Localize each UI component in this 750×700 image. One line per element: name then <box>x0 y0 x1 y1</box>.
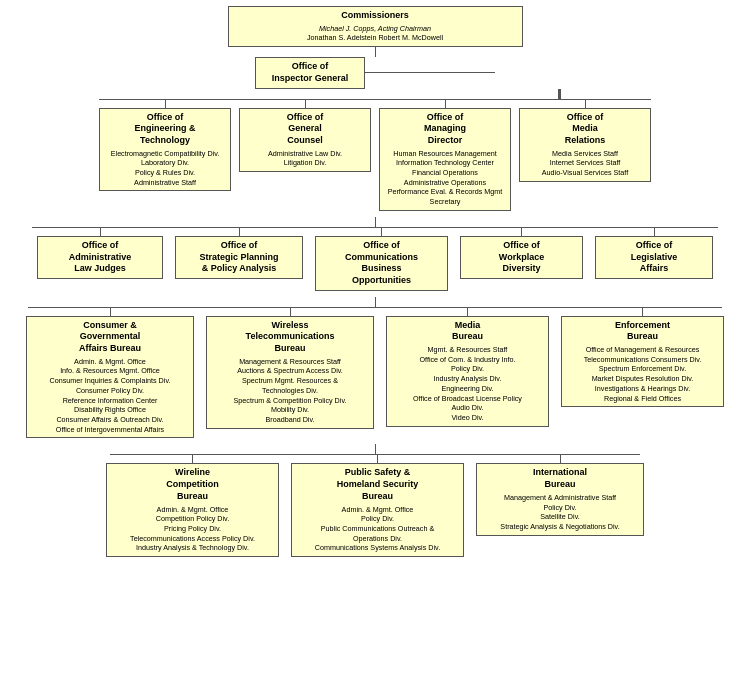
engineering-col: Office ofEngineering &Technology Electro… <box>95 100 235 192</box>
enforcement-box: EnforcementBureau Office of Management &… <box>561 316 724 408</box>
managing-director-sub: Human Resources ManagementInformation Te… <box>385 149 505 207</box>
wireless-sub: Management & Resources StaffAuctions & S… <box>212 357 368 425</box>
media-relations-box: Office ofMediaRelations Media Services S… <box>519 108 651 182</box>
general-counsel-col: Office ofGeneralCounsel Administrative L… <box>235 100 375 173</box>
consumer-col: Consumer &GovernmentalAffairs Bureau Adm… <box>20 308 200 439</box>
engineering-title: Office ofEngineering &Technology <box>105 112 225 147</box>
commissioners-box: Commissioners Michael J. Copps, Acting C… <box>228 6 523 47</box>
enforcement-col: EnforcementBureau Office of Management &… <box>555 308 730 408</box>
media-bureau-title: MediaBureau <box>392 320 543 343</box>
consumer-sub: Admin. & Mgmt. OfficeInfo. & Resources M… <box>32 357 188 435</box>
public-safety-col: Public Safety &Homeland SecurityBureau A… <box>285 455 470 557</box>
bureaus-row: Consumer &GovernmentalAffairs Bureau Adm… <box>20 308 730 439</box>
international-sub: Management & Administrative StaffPolicy … <box>482 493 638 532</box>
workplace-diversity-box: Office ofWorkplaceDiversity <box>460 236 583 279</box>
level2-hbar <box>99 99 651 100</box>
bottom-bureaus-row: WirelineCompetitionBureau Admin. & Mgmt.… <box>100 455 650 557</box>
managing-director-title: Office ofManagingDirector <box>385 112 505 147</box>
media-relations-col: Office ofMediaRelations Media Services S… <box>515 100 655 182</box>
engineering-sub: Electromagnetic Compatibility Div.Labora… <box>105 149 225 188</box>
enforcement-title: EnforcementBureau <box>567 320 718 343</box>
media-col: MediaBureau Mgmt. & Resources StaffOffic… <box>380 308 555 427</box>
managing-director-col: Office ofManagingDirector Human Resource… <box>375 100 515 211</box>
wireline-title: WirelineCompetitionBureau <box>112 467 273 502</box>
wireless-title: WirelessTelecommunicationsBureau <box>212 320 368 355</box>
wireline-col: WirelineCompetitionBureau Admin. & Mgmt.… <box>100 455 285 557</box>
commissioners-title: Commissioners <box>234 10 517 22</box>
commissioners-row: Commissioners Michael J. Copps, Acting C… <box>2 6 748 47</box>
strategic-planning-col: Office ofStrategic Planning& Policy Anal… <box>169 228 309 279</box>
level2-row: Office ofEngineering &Technology Electro… <box>2 100 748 211</box>
strategic-planning-box: Office ofStrategic Planning& Policy Anal… <box>175 236 303 279</box>
strategic-planning-title: Office ofStrategic Planning& Policy Anal… <box>181 240 297 275</box>
comm-business-title: Office ofCommunicationsBusinessOpportuni… <box>321 240 442 287</box>
media-relations-title: Office ofMediaRelations <box>525 112 645 147</box>
international-box: InternationalBureau Management & Adminis… <box>476 463 644 535</box>
international-title: InternationalBureau <box>482 467 638 490</box>
engineering-box: Office ofEngineering &Technology Electro… <box>99 108 231 192</box>
general-counsel-title: Office ofGeneralCounsel <box>245 112 365 147</box>
wireline-sub: Admin. & Mgmt. OfficeCompetition Policy … <box>112 505 273 554</box>
legislative-affairs-col: Office ofLegislativeAffairs <box>589 228 719 279</box>
level3-row: Office ofAdministrativeLaw Judges Office… <box>25 228 725 291</box>
admin-law-col: Office ofAdministrativeLaw Judges <box>31 228 169 279</box>
conn-ig-h <box>365 72 495 73</box>
enforcement-sub: Office of Management & ResourcesTelecomm… <box>567 345 718 403</box>
general-counsel-box: Office ofGeneralCounsel Administrative L… <box>239 108 371 173</box>
public-safety-sub: Admin. & Mgmt. OfficePolicy Div.Public C… <box>297 505 458 554</box>
wireless-col: WirelessTelecommunicationsBureau Managem… <box>200 308 380 429</box>
inspector-general-title: Office ofInspector General <box>261 61 359 84</box>
international-col: InternationalBureau Management & Adminis… <box>470 455 650 535</box>
conn-v2 <box>375 217 376 227</box>
admin-law-box: Office ofAdministrativeLaw Judges <box>37 236 163 279</box>
public-safety-title: Public Safety &Homeland SecurityBureau <box>297 467 458 502</box>
comm-business-box: Office ofCommunicationsBusinessOpportuni… <box>315 236 448 291</box>
media-box: MediaBureau Mgmt. & Resources StaffOffic… <box>386 316 549 427</box>
inspector-general-box: Office ofInspector General <box>255 57 365 88</box>
workplace-diversity-title: Office ofWorkplaceDiversity <box>466 240 577 275</box>
commissioners-sub: Michael J. Copps, Acting Chairman Jonath… <box>234 24 517 43</box>
admin-law-title: Office ofAdministrativeLaw Judges <box>43 240 157 275</box>
consumer-title: Consumer &GovernmentalAffairs Bureau <box>32 320 188 355</box>
conn-v3 <box>375 297 376 307</box>
legislative-affairs-title: Office ofLegislativeAffairs <box>601 240 707 275</box>
conn-v1 <box>375 47 376 57</box>
consumer-box: Consumer &GovernmentalAffairs Bureau Adm… <box>26 316 194 439</box>
media-relations-sub: Media Services StaffInternet Services St… <box>525 149 645 178</box>
workplace-diversity-col: Office ofWorkplaceDiversity <box>454 228 589 279</box>
public-safety-box: Public Safety &Homeland SecurityBureau A… <box>291 463 464 557</box>
legislative-affairs-box: Office ofLegislativeAffairs <box>595 236 713 279</box>
managing-director-box: Office ofManagingDirector Human Resource… <box>379 108 511 211</box>
wireless-box: WirelessTelecommunicationsBureau Managem… <box>206 316 374 429</box>
conn-v4 <box>375 444 376 454</box>
wireline-box: WirelineCompetitionBureau Admin. & Mgmt.… <box>106 463 279 557</box>
org-chart-main: Commissioners Michael J. Copps, Acting C… <box>0 0 750 563</box>
media-bureau-sub: Mgmt. & Resources StaffOffice of Com. & … <box>392 345 543 423</box>
comm-business-col: Office ofCommunicationsBusinessOpportuni… <box>309 228 454 291</box>
general-counsel-sub: Administrative Law Div.Litigation Div. <box>245 149 365 168</box>
